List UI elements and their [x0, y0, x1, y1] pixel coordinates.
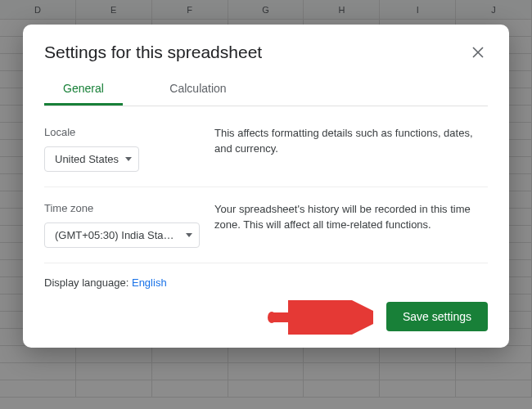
timezone-value: (GMT+05:30) India Stand… [55, 229, 179, 241]
save-settings-button[interactable]: Save settings [386, 302, 488, 331]
display-language-row: Display language: English [44, 272, 488, 302]
dialog-footer: Save settings [44, 302, 488, 331]
locale-description: This affects formatting details such as … [208, 126, 488, 157]
timezone-dropdown[interactable]: (GMT+05:30) India Stand… [44, 222, 200, 248]
chevron-down-icon [186, 233, 192, 237]
timezone-row: Time zone (GMT+05:30) India Stand… Your … [44, 196, 488, 263]
timezone-label: Time zone [44, 202, 208, 214]
close-button[interactable] [468, 43, 488, 62]
timezone-description: Your spreadsheet's history will be recor… [208, 202, 488, 233]
locale-dropdown[interactable]: United States [44, 146, 139, 172]
settings-dialog: Settings for this spreadsheet General Ca… [23, 25, 509, 348]
tabs: General Calculation [44, 74, 488, 106]
dialog-title: Settings for this spreadsheet [44, 43, 262, 62]
locale-row: Locale United States This affects format… [44, 119, 488, 187]
annotation-arrow [267, 300, 373, 335]
close-icon [472, 47, 484, 58]
tab-general[interactable]: General [44, 74, 123, 106]
display-language-link[interactable]: English [132, 276, 167, 289]
locale-value: United States [55, 153, 119, 165]
chevron-down-icon [125, 157, 132, 161]
svg-point-1 [268, 312, 276, 323]
tab-calculation[interactable]: Calculation [159, 74, 237, 106]
display-language-label: Display language: [44, 276, 132, 289]
locale-label: Locale [44, 126, 208, 138]
